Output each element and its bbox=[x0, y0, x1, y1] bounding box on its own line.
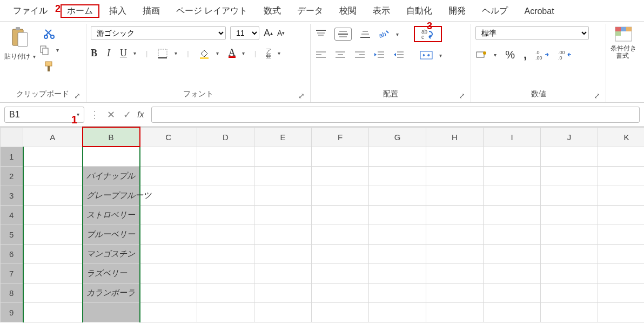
formula-input[interactable] bbox=[151, 107, 640, 123]
enter-formula-button[interactable]: ✓ bbox=[121, 109, 133, 121]
align-top-button[interactable] bbox=[315, 29, 327, 39]
align-center-button[interactable] bbox=[334, 50, 346, 60]
phonetic-button[interactable]: ア 亜 ▾ bbox=[266, 48, 280, 59]
col-header-c[interactable]: C bbox=[140, 127, 197, 147]
cell-i7[interactable] bbox=[484, 263, 541, 283]
copy-button[interactable]: ▾ bbox=[39, 44, 59, 55]
cell-a4[interactable] bbox=[23, 205, 83, 225]
number-format-combo[interactable]: 標準 bbox=[475, 26, 589, 40]
cell-h9[interactable] bbox=[426, 302, 484, 322]
align-left-button[interactable] bbox=[315, 50, 327, 60]
font-color-button[interactable]: A ▾ bbox=[229, 49, 245, 58]
tab-draw[interactable]: 描画 bbox=[136, 4, 166, 18]
cell-i9[interactable] bbox=[484, 302, 541, 322]
cell-e9[interactable] bbox=[254, 302, 312, 322]
select-all-corner[interactable] bbox=[1, 127, 23, 147]
cell-k6[interactable] bbox=[598, 244, 645, 263]
cell-h2[interactable] bbox=[426, 166, 484, 186]
cell-e4[interactable] bbox=[254, 205, 312, 225]
cell-i5[interactable] bbox=[484, 225, 541, 244]
cell-j3[interactable] bbox=[541, 186, 598, 205]
cell-f7[interactable] bbox=[312, 263, 369, 283]
row-header-1[interactable]: 1 bbox=[1, 147, 23, 166]
cell-a5[interactable] bbox=[23, 225, 83, 244]
tab-formulas[interactable]: 数式 bbox=[257, 4, 287, 18]
cell-c9[interactable] bbox=[140, 302, 197, 322]
cell-c4[interactable] bbox=[140, 205, 197, 225]
bold-button[interactable]: B bbox=[91, 48, 97, 59]
tab-automate[interactable]: 自動化 bbox=[400, 4, 439, 18]
cell-a7[interactable] bbox=[23, 263, 83, 283]
cell-b1[interactable] bbox=[83, 147, 140, 166]
cell-j2[interactable] bbox=[541, 166, 598, 186]
row-header-7[interactable]: 7 bbox=[1, 263, 23, 283]
cell-k2[interactable] bbox=[598, 166, 645, 186]
decrease-decimal-button[interactable]: .00.0 bbox=[558, 49, 572, 60]
cell-a9[interactable] bbox=[23, 302, 83, 322]
cell-j8[interactable] bbox=[541, 283, 598, 302]
tab-data[interactable]: データ bbox=[291, 4, 330, 18]
col-header-b[interactable]: B bbox=[83, 127, 140, 147]
cell-b9[interactable] bbox=[83, 302, 140, 322]
tab-insert[interactable]: 挿入 bbox=[103, 4, 133, 18]
grid[interactable]: A B C D E F G H I J K 1 2 パイナップル 3 bbox=[0, 127, 644, 322]
cell-c5[interactable] bbox=[140, 225, 197, 244]
row-header-5[interactable]: 5 bbox=[1, 225, 23, 244]
cell-d6[interactable] bbox=[197, 244, 254, 263]
cell-f2[interactable] bbox=[312, 166, 369, 186]
cell-i2[interactable] bbox=[484, 166, 541, 186]
cell-k1[interactable] bbox=[598, 147, 645, 166]
cell-b7[interactable]: ラズベリー bbox=[83, 263, 140, 283]
italic-button[interactable]: I bbox=[107, 48, 110, 59]
row-header-3[interactable]: 3 bbox=[1, 186, 23, 205]
cut-button[interactable] bbox=[44, 28, 55, 39]
cell-h6[interactable] bbox=[426, 244, 484, 263]
percent-button[interactable]: % bbox=[505, 49, 515, 61]
cell-f1[interactable] bbox=[312, 147, 369, 166]
cell-c1[interactable] bbox=[140, 147, 197, 166]
number-launcher[interactable]: ⤢ bbox=[593, 91, 601, 100]
merge-center-button[interactable]: ▾ bbox=[420, 50, 442, 61]
cell-g5[interactable] bbox=[369, 225, 426, 244]
cancel-formula-button[interactable]: ✕ bbox=[105, 109, 117, 121]
cell-b6[interactable]: マンゴスチン bbox=[83, 244, 140, 263]
format-painter-button[interactable] bbox=[43, 61, 55, 73]
col-header-h[interactable]: H bbox=[426, 127, 484, 147]
cell-k4[interactable] bbox=[598, 205, 645, 225]
cell-a8[interactable] bbox=[23, 283, 83, 302]
cell-g3[interactable] bbox=[369, 186, 426, 205]
cell-c6[interactable] bbox=[140, 244, 197, 263]
cell-k7[interactable] bbox=[598, 263, 645, 283]
cell-h1[interactable] bbox=[426, 147, 484, 166]
col-header-f[interactable]: F bbox=[312, 127, 369, 147]
cell-d5[interactable] bbox=[197, 225, 254, 244]
cell-i4[interactable] bbox=[484, 205, 541, 225]
cell-g2[interactable] bbox=[369, 166, 426, 186]
col-header-i[interactable]: I bbox=[484, 127, 541, 147]
fill-color-button[interactable]: ▾ bbox=[199, 48, 219, 59]
cell-k3[interactable] bbox=[598, 186, 645, 205]
tab-page-layout[interactable]: ページ レイアウト bbox=[170, 4, 254, 18]
cell-j4[interactable] bbox=[541, 205, 598, 225]
align-middle-button[interactable] bbox=[334, 28, 352, 41]
cell-f4[interactable] bbox=[312, 205, 369, 225]
accounting-format-button[interactable]: ▾ bbox=[475, 50, 497, 60]
cell-d9[interactable] bbox=[197, 302, 254, 322]
cell-e7[interactable] bbox=[254, 263, 312, 283]
tab-review[interactable]: 校閲 bbox=[333, 4, 363, 18]
row-header-4[interactable]: 4 bbox=[1, 205, 23, 225]
increase-font-button[interactable]: A▴ bbox=[264, 28, 273, 39]
cell-k8[interactable] bbox=[598, 283, 645, 302]
cell-d3[interactable] bbox=[197, 186, 254, 205]
col-header-k[interactable]: K bbox=[598, 127, 645, 147]
tab-help[interactable]: ヘルプ bbox=[475, 4, 514, 18]
tab-developer[interactable]: 開発 bbox=[442, 4, 472, 18]
col-header-j[interactable]: J bbox=[541, 127, 598, 147]
tab-file[interactable]: ファイル bbox=[6, 4, 54, 18]
cell-d8[interactable] bbox=[197, 283, 254, 302]
cell-i1[interactable] bbox=[484, 147, 541, 166]
cell-j9[interactable] bbox=[541, 302, 598, 322]
cell-f9[interactable] bbox=[312, 302, 369, 322]
borders-button[interactable]: ▾ bbox=[157, 48, 177, 59]
paste-button[interactable]: 貼り付け ▾ bbox=[4, 26, 36, 61]
